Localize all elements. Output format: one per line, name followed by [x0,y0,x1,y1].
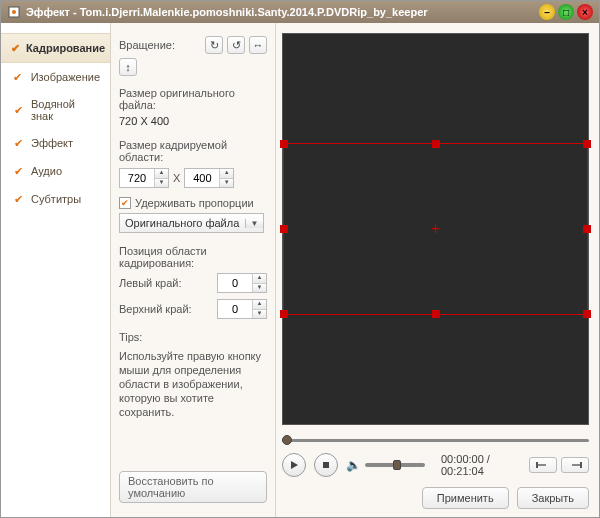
top-label: Верхний край: [119,303,192,315]
x-separator: X [173,172,180,184]
close-button[interactable]: × [577,4,593,20]
crop-handle-br[interactable] [583,310,591,318]
flip-horizontal-button[interactable]: ↔ [249,36,267,54]
top-down[interactable]: ▼ [253,309,266,318]
volume-slider[interactable] [365,463,425,467]
sidebar-item-image[interactable]: ✔ Изображение [1,63,110,91]
rotate-ccw-button[interactable]: ↺ [227,36,245,54]
close-dialog-button[interactable]: Закрыть [517,487,589,509]
chevron-down-icon[interactable]: ▼ [245,219,263,228]
crop-handle-bl[interactable] [280,310,288,318]
video-preview[interactable]: + [282,33,589,425]
sidebar-item-subtitles[interactable]: ✔ Субтитры [1,185,110,213]
crop-center-cross-icon: + [431,220,440,238]
crop-handle-bc[interactable] [432,310,440,318]
volume-control: 🔈 [346,458,425,472]
crop-handle-rc[interactable] [583,225,591,233]
combo-value: Оригинального файла [120,217,245,229]
preview-panel: + 🔈 00:00:00 / 00:21:04 [276,23,599,517]
tips-heading: Tips: [119,331,267,343]
minimize-button[interactable]: – [539,4,555,20]
height-input[interactable] [185,172,219,184]
settings-panel: Вращение: ↻ ↺ ↔ ↕ Размер оригинального ф… [111,23,276,517]
sidebar-item-watermark[interactable]: ✔ Водяной знак [1,91,110,129]
seek-track [282,439,589,442]
crop-handle-lc[interactable] [280,225,288,233]
player-controls: 🔈 00:00:00 / 00:21:04 [276,447,599,481]
sidebar-item-label: Аудио [31,165,62,177]
width-stepper[interactable]: ▲▼ [119,168,169,188]
sidebar: ✔ Кадрирование ✔ Изображение ✔ Водяной з… [1,23,111,517]
left-down[interactable]: ▼ [253,283,266,292]
sidebar-item-audio[interactable]: ✔ Аудио [1,157,110,185]
ratio-combo[interactable]: Оригинального файла ▼ [119,213,264,233]
width-down[interactable]: ▼ [155,178,168,187]
titlebar[interactable]: Эффект - Tom.i.Djerri.Malenkie.pomoshnik… [1,1,599,23]
left-input[interactable] [218,277,252,289]
seek-bar[interactable] [282,435,589,445]
rotation-label: Вращение: [119,39,175,51]
check-icon: ✔ [11,192,25,206]
orig-size-value: 720 X 400 [119,115,267,127]
tips-body: Используйте правую кнопку мыши для опред… [119,349,267,419]
sidebar-item-label: Субтитры [31,193,81,205]
window-title: Эффект - Tom.i.Djerri.Malenkie.pomoshnik… [26,6,539,18]
seek-thumb[interactable] [282,435,292,445]
svg-marker-2 [291,461,298,469]
svg-rect-5 [536,462,538,468]
top-up[interactable]: ▲ [253,300,266,309]
height-stepper[interactable]: ▲▼ [184,168,234,188]
svg-rect-7 [580,462,582,468]
keep-ratio-label: Удерживать пропорции [135,197,254,209]
stop-button[interactable] [314,453,338,477]
rotate-cw-button[interactable]: ↻ [205,36,223,54]
check-icon: ✔ [11,164,25,178]
restore-defaults-button[interactable]: Восстановить по умолчанию [119,471,267,503]
check-icon: ✔ [11,103,25,117]
volume-knob[interactable] [393,460,401,470]
top-input[interactable] [218,303,252,315]
body: ✔ Кадрирование ✔ Изображение ✔ Водяной з… [1,23,599,517]
effect-window: Эффект - Tom.i.Djerri.Malenkie.pomoshnik… [0,0,600,518]
top-stepper[interactable]: ▲▼ [217,299,267,319]
maximize-button[interactable]: □ [558,4,574,20]
time-display: 00:00:00 / 00:21:04 [441,453,521,477]
sidebar-item-label: Эффект [31,137,73,149]
svg-rect-3 [323,462,329,468]
flip-vertical-button[interactable]: ↕ [119,58,137,76]
position-label: Позиция области кадрирования: [119,245,267,269]
window-buttons: – □ × [539,4,593,20]
check-icon: ✔ [11,70,25,84]
left-label: Левый край: [119,277,182,289]
crop-handle-tl[interactable] [280,140,288,148]
left-stepper[interactable]: ▲▼ [217,273,267,293]
sidebar-item-label: Кадрирование [26,42,105,54]
checkbox-icon: ✔ [119,197,131,209]
width-input[interactable] [120,172,154,184]
width-up[interactable]: ▲ [155,169,168,178]
sidebar-item-label: Водяной знак [31,98,100,122]
crop-handle-tr[interactable] [583,140,591,148]
keep-ratio-checkbox[interactable]: ✔ Удерживать пропорции [119,197,267,209]
check-icon: ✔ [11,41,20,55]
height-up[interactable]: ▲ [220,169,233,178]
mark-in-button[interactable] [529,457,557,473]
play-button[interactable] [282,453,306,477]
svg-point-1 [12,10,16,14]
mark-out-button[interactable] [561,457,589,473]
height-down[interactable]: ▼ [220,178,233,187]
sidebar-item-label: Изображение [31,71,100,83]
crop-handle-tc[interactable] [432,140,440,148]
footer-buttons: Применить Закрыть [276,481,599,517]
sidebar-item-effect[interactable]: ✔ Эффект [1,129,110,157]
apply-button[interactable]: Применить [422,487,509,509]
app-icon [7,5,21,19]
sidebar-item-crop[interactable]: ✔ Кадрирование [1,33,110,63]
crop-size-label: Размер кадрируемой области: [119,139,267,163]
speaker-icon[interactable]: 🔈 [346,458,361,472]
crop-rectangle[interactable]: + [283,143,588,315]
left-up[interactable]: ▲ [253,274,266,283]
orig-size-label: Размер оригинального файла: [119,87,267,111]
check-icon: ✔ [11,136,25,150]
